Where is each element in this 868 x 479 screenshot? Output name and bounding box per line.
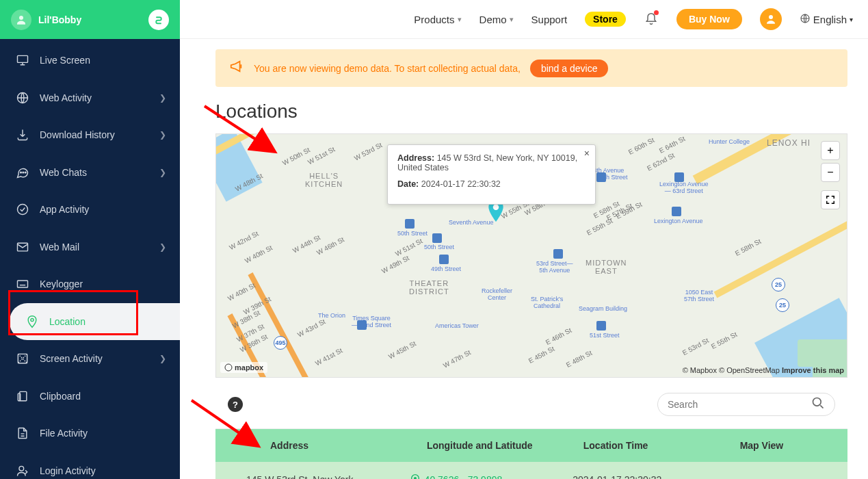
chevron-right-icon: ❯ — [159, 93, 166, 103]
map-poi: RockefellerCenter — [482, 287, 512, 302]
avatar[interactable] — [11, 10, 31, 30]
svg-point-6 — [18, 205, 28, 215]
map-area: MIDTOWNEAST — [586, 259, 627, 275]
file-icon — [15, 426, 30, 440]
clip-icon — [15, 389, 30, 403]
nav-demo[interactable]: Demo▾ — [479, 14, 514, 25]
map-street: W 45th St — [387, 339, 417, 360]
sidebar-item-app-activity[interactable]: App Activity — [0, 191, 180, 229]
user-icon[interactable] — [760, 8, 782, 30]
map-poi: 1050 East57th Street — [684, 289, 714, 303]
map-poi: 50th Street — [424, 244, 454, 250]
svg-point-17 — [225, 364, 232, 371]
chevron-right-icon: ❯ — [159, 130, 166, 140]
download-icon — [15, 128, 30, 142]
map-poi: Seagram Building — [579, 305, 627, 312]
route-shield: 25 — [772, 278, 785, 292]
map-poi: St. Patrick'sCathedral — [531, 296, 563, 310]
sidebar-item-clipboard[interactable]: Clipboard — [0, 378, 180, 415]
sidebar-item-keylogger[interactable]: Keylogger — [0, 266, 180, 303]
table-row[interactable]: 145 W 53rd St, New York 40.7626, -73.989… — [215, 462, 847, 479]
cell-address: 145 W 53rd St, New York — [246, 474, 410, 480]
map-street: W 40th St — [226, 281, 257, 302]
nav-support[interactable]: Support — [531, 14, 568, 25]
sidebar-item-label: Clipboard — [40, 391, 81, 402]
sidebar-item-web-chats[interactable]: Web Chats❯ — [0, 154, 180, 192]
sidebar-item-live-screen[interactable]: Live Screen — [0, 42, 180, 79]
sidebar-item-web-mail[interactable]: Web Mail❯ — [0, 229, 180, 266]
map-poi: Lexington Avenue— 63rd Street — [659, 181, 708, 195]
cell-lonlat: 40.7626, -73.9898 — [410, 473, 573, 479]
map-street: E 60th St — [627, 136, 655, 156]
col-time: Location Time — [583, 440, 740, 451]
map-street: W 49th St — [380, 254, 410, 274]
map-street: E 58th St — [734, 237, 762, 257]
map-poi: 51st Street — [590, 332, 620, 339]
brand-logo-icon[interactable] — [148, 10, 169, 30]
map-street: W 43rd St — [296, 318, 326, 339]
store-badge[interactable]: Store — [585, 12, 626, 27]
search-input[interactable] — [668, 399, 806, 410]
map-popup: × Address: 145 W 53rd St, New York, NY 1… — [387, 144, 596, 205]
map-street: W 53rd St — [353, 141, 383, 162]
sidebar-item-label: Location — [49, 316, 86, 327]
sidebar-item-label: Download History — [40, 129, 115, 140]
map-street: W 41st St — [314, 346, 343, 367]
close-icon[interactable]: × — [584, 148, 590, 159]
map-street: W 47th St — [442, 348, 472, 369]
language-selector[interactable]: English▾ — [800, 13, 853, 26]
table-header-row: Address Longitude and Latitude Location … — [215, 429, 847, 462]
svg-point-9 — [31, 318, 34, 321]
bind-device-button[interactable]: bind a device — [530, 60, 609, 77]
map-poi: 49th Street — [431, 266, 461, 272]
sidebar-item-label: Login Activity — [40, 465, 96, 476]
globe-icon — [15, 91, 30, 105]
chevron-down-icon: ▾ — [458, 15, 462, 24]
svg-point-5 — [25, 172, 26, 173]
sidebar-item-location[interactable]: Location — [10, 303, 180, 341]
keyboard-icon — [15, 277, 30, 291]
route-shield: 495 — [274, 336, 287, 350]
sidebar-item-label: File Activity — [40, 428, 88, 439]
chevron-right-icon: ❯ — [159, 242, 166, 252]
alert-text: You are now viewing demo data. To start … — [254, 63, 521, 74]
map-zoom-controls: + − — [821, 141, 840, 209]
svg-point-0 — [19, 16, 23, 20]
map-poi: Lexington Avenue — [654, 218, 702, 224]
sidebar-item-label: App Activity — [40, 204, 89, 215]
topbar: Products▾ Demo▾ Support Store Buy Now En… — [180, 0, 868, 39]
target-icon — [410, 473, 421, 479]
search-row: ? — [215, 378, 847, 429]
pin-icon — [25, 315, 40, 328]
svg-point-14 — [769, 15, 773, 19]
map-area: LENOX HI — [767, 138, 811, 148]
zoom-in-button[interactable]: + — [821, 141, 840, 160]
demo-alert-banner: You are now viewing demo data. To start … — [215, 49, 847, 87]
search-icon[interactable] — [811, 396, 825, 413]
fullscreen-button[interactable] — [821, 190, 840, 209]
login-icon — [15, 464, 30, 478]
sidebar-item-web-activity[interactable]: Web Activity❯ — [0, 79, 180, 117]
chevron-right-icon: ❯ — [159, 354, 166, 363]
search-box[interactable] — [657, 393, 835, 416]
map-street: W 51st St — [394, 237, 423, 257]
mapbox-logo[interactable]: mapbox — [220, 362, 267, 373]
sidebar-item-download-history[interactable]: Download History❯ — [0, 116, 180, 154]
map-street: W 40th St — [244, 244, 274, 264]
map[interactable]: 495 25 25 HELL'SKITCHEN THEATERDISTRICT … — [215, 133, 847, 378]
map-street: E 46th St — [544, 326, 573, 346]
svg-point-3 — [21, 172, 22, 173]
nav-products[interactable]: Products▾ — [414, 14, 461, 25]
sidebar-item-screen-activity[interactable]: Screen Activity❯ — [0, 340, 180, 378]
sidebar-item-label: Keylogger — [40, 279, 83, 289]
sidebar-item-file-activity[interactable]: File Activity — [0, 415, 180, 452]
zoom-out-button[interactable]: − — [821, 163, 840, 182]
sidebar-item-login-activity[interactable]: Login Activity — [0, 452, 180, 480]
buy-now-button[interactable]: Buy Now — [676, 9, 742, 29]
svg-point-4 — [23, 172, 24, 173]
svg-rect-10 — [18, 354, 27, 363]
bell-icon[interactable] — [644, 12, 659, 27]
help-icon[interactable]: ? — [228, 397, 243, 412]
map-area: THEATERDISTRICT — [409, 279, 449, 296]
map-street: W 42nd St — [228, 230, 259, 252]
